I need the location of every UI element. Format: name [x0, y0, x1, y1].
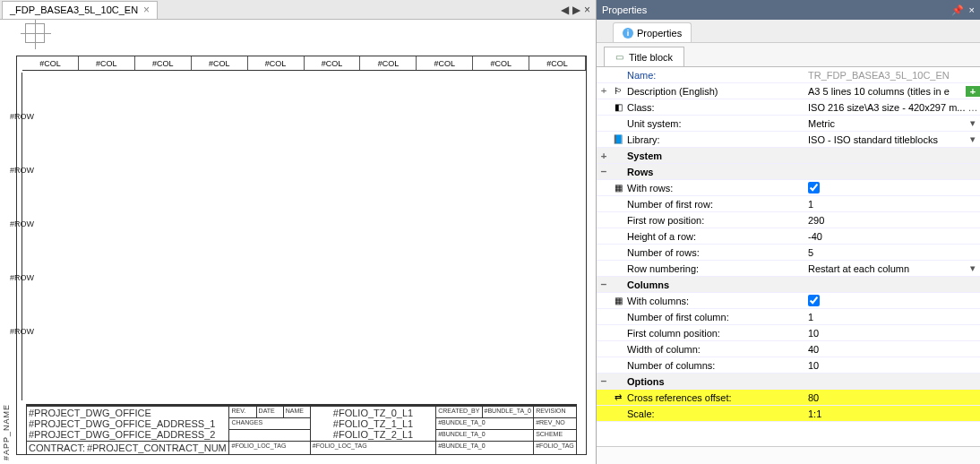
prop-value[interactable]: ISO - ISO standard titleblocks [804, 134, 966, 145]
info-icon: i [623, 28, 633, 39]
prop-col-width[interactable]: Width of column: 40 [597, 341, 980, 357]
tb-name-label: NAME [283, 407, 310, 418]
tb-contract-num: #PROJECT_CONTRACT_NUM [87, 443, 227, 453]
tb-folio-loc-tag2: #FOLIO_LOC_TAG [310, 442, 435, 455]
col-header: #COL [22, 56, 79, 70]
chevron-down-icon[interactable]: ▾ [966, 133, 980, 145]
group-options[interactable]: − Options [597, 374, 980, 390]
prop-row-height[interactable]: Height of a row: -40 [597, 228, 980, 245]
prop-row-numbering[interactable]: Row numbering: Restart at each column ▾ [597, 261, 980, 277]
prop-library[interactable]: 📘 Library: ISO - ISO standard titleblock… [597, 132, 980, 148]
tb-bundle2: #BUNDLE_TA_0 [436, 430, 534, 442]
tb-revision-label: REVISION [534, 407, 577, 418]
subtab-properties[interactable]: i Properties [613, 22, 692, 42]
tb-changes-label: CHANGES [229, 418, 310, 430]
prop-value[interactable]: -40 [804, 231, 980, 242]
prop-value[interactable]: 1 [804, 199, 980, 210]
tb-folio-tz0: #FOLIO_TZ_0_L1 [313, 408, 434, 418]
tb-bundle: #BUNDLE_TA_0 [436, 418, 534, 430]
panel-footer [597, 446, 980, 464]
prop-description[interactable]: + 🏳 Description (English) A3 5 lines 10 … [597, 83, 980, 99]
row-header: #ROW [10, 219, 34, 228]
tb-folio-tz2: #FOLIO_TZ_2_L1 [313, 429, 434, 440]
prop-label: With rows: [625, 183, 804, 193]
prop-value[interactable]: 10 [804, 360, 980, 371]
prop-value[interactable]: Restart at each column [804, 263, 966, 274]
expand-icon[interactable]: + [597, 150, 611, 161]
col-header: #COL [529, 56, 586, 70]
prop-value[interactable]: 290 [804, 215, 980, 226]
column-header-row: #COL #COL #COL #COL #COL #COL #COL #COL … [22, 56, 586, 71]
group-rows[interactable]: − Rows [597, 164, 980, 180]
prop-num-rows[interactable]: Number of rows: 5 [597, 245, 980, 261]
prop-label: Number of rows: [625, 247, 804, 258]
prop-label: First column position: [625, 328, 804, 339]
prev-tab-icon[interactable]: ◀ [561, 4, 569, 16]
group-system[interactable]: + System [597, 148, 980, 164]
tb-revno-cell: #BUNDLE_TA_0 [482, 407, 534, 418]
prop-value[interactable]: 5 [804, 247, 980, 258]
tb-scheme-label: SCHEME [534, 430, 577, 442]
document-tab-bar: _FDP_BASEA3_5L_10C_EN × ◀ ▶ × [0, 0, 596, 20]
tb-bundle3: #BUNDLE_TA_0 [436, 442, 534, 455]
grid-icon: ▦ [611, 183, 625, 193]
prop-value[interactable]: A3 5 lines 10 columns (titles in e [804, 86, 966, 97]
prop-first-row-pos[interactable]: First row position: 290 [597, 212, 980, 228]
category-tabs: ▭ Title block [597, 43, 980, 66]
col-header: #COL [305, 56, 361, 70]
property-grid[interactable]: Name: TR_FDP_BASEA3_5L_10C_EN + 🏳 Descri… [597, 66, 980, 446]
add-icon[interactable]: + [966, 86, 980, 97]
close-all-tabs-icon[interactable]: × [584, 4, 590, 16]
prop-value[interactable]: 10 [804, 328, 980, 339]
prop-value[interactable]: 40 [804, 344, 980, 355]
prop-label: Scale: [625, 408, 804, 419]
cattab-label: Title block [629, 52, 673, 63]
panel-close-icon[interactable]: × [969, 4, 975, 15]
col-header: #COL [417, 56, 473, 70]
origin-marker [25, 23, 45, 43]
tb-contract-label: CONTRACT: [29, 443, 85, 453]
prop-value[interactable]: ISO 216 size\A3 size - 420x297 m... [804, 102, 966, 113]
browse-icon[interactable]: … [966, 102, 980, 113]
group-columns[interactable]: − Columns [597, 277, 980, 293]
drawing-canvas[interactable]: #APP_NAME #COL #COL #COL #COL #COL #COL … [0, 20, 596, 464]
prop-value[interactable]: 80 [804, 392, 980, 403]
prop-num-first-row[interactable]: Number of first row: 1 [597, 196, 980, 212]
collapse-icon[interactable]: − [597, 375, 611, 387]
with-columns-checkbox[interactable] [808, 295, 820, 306]
prop-value[interactable]: 1 [804, 312, 980, 322]
prop-value[interactable]: 1:1 [804, 408, 980, 419]
row-header: #ROW [10, 166, 34, 175]
collapse-icon[interactable]: − [597, 166, 611, 177]
prop-label: Class: [625, 102, 804, 113]
with-rows-checkbox[interactable] [808, 182, 820, 193]
pin-icon[interactable]: 📌 [951, 4, 964, 16]
next-tab-icon[interactable]: ▶ [572, 4, 580, 16]
prop-num-cols[interactable]: Number of columns: 10 [597, 357, 980, 374]
cattab-title-block[interactable]: ▭ Title block [604, 47, 684, 66]
prop-name[interactable]: Name: TR_FDP_BASEA3_5L_10C_EN [597, 67, 980, 83]
collapse-icon[interactable]: − [597, 279, 611, 290]
close-tab-icon[interactable]: × [143, 4, 150, 15]
prop-class[interactable]: ◧ Class: ISO 216 size\A3 size - 420x297 … [597, 99, 980, 116]
prop-xref-offset[interactable]: ⇄ Cross references offset: 80 [597, 390, 980, 406]
document-tab[interactable]: _FDP_BASEA3_5L_10C_EN × [2, 1, 158, 19]
prop-with-rows[interactable]: ▦ With rows: [597, 180, 980, 196]
subtab-label: Properties [637, 28, 682, 39]
prop-label: Number of first row: [625, 199, 804, 210]
prop-label: Cross references offset: [625, 392, 804, 403]
row-header: #ROW [10, 273, 34, 282]
document-tab-nav: ◀ ▶ × [561, 4, 596, 16]
tb-folio-tag: #FOLIO_TAG [534, 442, 577, 455]
prop-scale[interactable]: Scale: 1:1 [597, 406, 980, 422]
prop-first-col-pos[interactable]: First column position: 10 [597, 325, 980, 341]
expand-icon[interactable]: + [597, 85, 611, 97]
prop-value[interactable]: Metric [804, 118, 966, 129]
tb-date-label: DATE [256, 407, 283, 418]
prop-num-first-col[interactable]: Number of first column: 1 [597, 309, 980, 325]
chevron-down-icon[interactable]: ▾ [966, 117, 980, 129]
group-label: Rows [625, 167, 804, 177]
prop-unit-system[interactable]: Unit system: Metric ▾ [597, 116, 980, 132]
chevron-down-icon[interactable]: ▾ [966, 262, 980, 274]
prop-with-columns[interactable]: ▦ With columns: [597, 293, 980, 309]
